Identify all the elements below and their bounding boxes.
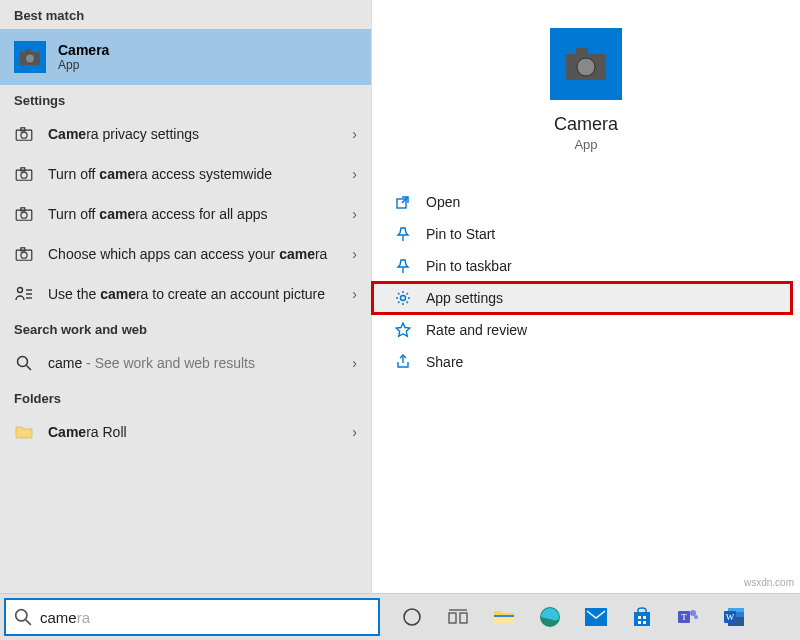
svg-rect-32 — [449, 613, 456, 623]
start-search-window: Best match Camera App Settings Camera pr… — [0, 0, 800, 594]
best-match-title: Camera — [58, 42, 109, 58]
file-explorer-icon[interactable] — [482, 594, 526, 640]
svg-rect-36 — [494, 615, 514, 617]
svg-point-19 — [18, 357, 28, 367]
svg-rect-22 — [576, 48, 588, 56]
action-label: Pin to Start — [426, 226, 495, 242]
taskbar-icons: T W — [390, 594, 756, 640]
store-icon[interactable] — [620, 594, 664, 640]
chevron-right-icon: › — [352, 166, 357, 182]
svg-text:T: T — [681, 612, 687, 622]
camera-outline-icon — [14, 167, 34, 181]
settings-result-4[interactable]: Use the camera to create an account pict… — [0, 274, 371, 314]
preview-subtitle: App — [574, 137, 597, 152]
settings-result-label: Use the camera to create an account pict… — [48, 285, 338, 303]
action-label: Rate and review — [426, 322, 527, 338]
folder-icon — [14, 425, 34, 439]
action-label: Share — [426, 354, 463, 370]
action-label: Pin to taskbar — [426, 258, 512, 274]
svg-rect-7 — [21, 168, 25, 171]
best-match-header: Best match — [0, 0, 371, 29]
chevron-right-icon: › — [352, 206, 357, 222]
action-open[interactable]: Open — [372, 186, 792, 218]
word-icon[interactable]: W — [712, 594, 756, 640]
folder-camera-roll[interactable]: Camera Roll › — [0, 412, 371, 452]
svg-point-5 — [21, 132, 27, 138]
svg-rect-13 — [21, 248, 25, 251]
svg-rect-42 — [638, 621, 641, 624]
svg-point-29 — [16, 610, 27, 621]
gear-icon — [394, 290, 412, 306]
camera-outline-icon — [14, 247, 34, 261]
svg-line-20 — [27, 366, 32, 371]
camera-app-icon — [14, 41, 46, 73]
watermark: wsxdn.com — [744, 577, 794, 588]
svg-point-14 — [21, 252, 27, 258]
pin-icon — [394, 258, 412, 274]
cortana-icon[interactable] — [390, 594, 434, 640]
settings-result-0[interactable]: Camera privacy settings› — [0, 114, 371, 154]
pin-icon — [394, 226, 412, 242]
best-match-text: Camera App — [58, 42, 109, 72]
svg-point-11 — [21, 212, 27, 218]
settings-result-3[interactable]: Choose which apps can access your camera… — [0, 234, 371, 274]
folders-header: Folders — [0, 383, 371, 412]
chevron-right-icon: › — [352, 246, 357, 262]
results-pane: Best match Camera App Settings Camera pr… — [0, 0, 372, 593]
svg-rect-39 — [634, 612, 650, 626]
action-label: Open — [426, 194, 460, 210]
action-share[interactable]: Share — [372, 346, 792, 378]
search-text: camera — [40, 609, 90, 626]
svg-point-28 — [401, 296, 406, 301]
settings-result-label: Turn off camera access for all apps — [48, 205, 338, 223]
action-app-settings[interactable]: App settings — [372, 282, 792, 314]
teams-icon[interactable]: T — [666, 594, 710, 640]
svg-rect-40 — [638, 616, 641, 619]
svg-rect-10 — [21, 208, 25, 211]
best-match-camera[interactable]: Camera App — [0, 29, 371, 85]
svg-point-47 — [694, 615, 698, 619]
action-pin-to-start[interactable]: Pin to Start — [372, 218, 792, 250]
edge-icon[interactable] — [528, 594, 572, 640]
svg-rect-4 — [21, 128, 25, 131]
settings-header: Settings — [0, 85, 371, 114]
share-icon — [394, 354, 412, 370]
svg-rect-1 — [25, 49, 31, 53]
svg-rect-41 — [643, 616, 646, 619]
search-icon — [14, 355, 34, 371]
camera-outline-icon — [14, 207, 34, 221]
taskbar: camera T W — [0, 594, 800, 640]
svg-line-30 — [26, 620, 31, 625]
chevron-right-icon: › — [352, 126, 357, 142]
task-view-icon[interactable] — [436, 594, 480, 640]
settings-result-1[interactable]: Turn off camera access systemwide› — [0, 154, 371, 194]
best-match-subtitle: App — [58, 58, 109, 72]
svg-rect-33 — [460, 613, 467, 623]
taskbar-search-box[interactable]: camera — [4, 598, 380, 636]
mail-icon[interactable] — [574, 594, 618, 640]
settings-result-label: Choose which apps can access your camera — [48, 245, 338, 263]
settings-result-2[interactable]: Turn off camera access for all apps› — [0, 194, 371, 234]
action-pin-to-taskbar[interactable]: Pin to taskbar — [372, 250, 792, 282]
chevron-right-icon: › — [352, 355, 357, 371]
action-list: OpenPin to StartPin to taskbarApp settin… — [372, 186, 800, 378]
settings-result-label: Turn off camera access systemwide — [48, 165, 338, 183]
preview-pane: Camera App OpenPin to StartPin to taskba… — [372, 0, 800, 593]
settings-list: Camera privacy settings›Turn off camera … — [0, 114, 371, 314]
svg-point-15 — [18, 288, 23, 293]
chevron-right-icon: › — [352, 286, 357, 302]
svg-point-31 — [404, 609, 420, 625]
action-label: App settings — [426, 290, 503, 306]
preview-title: Camera — [554, 114, 618, 135]
search-icon — [6, 608, 40, 626]
svg-point-8 — [21, 172, 27, 178]
action-rate-and-review[interactable]: Rate and review — [372, 314, 792, 346]
star-icon — [394, 322, 412, 338]
web-result-label: came - See work and web results — [48, 354, 338, 372]
camera-app-icon-large — [550, 28, 622, 100]
web-result-came[interactable]: came - See work and web results › — [0, 343, 371, 383]
svg-point-46 — [690, 610, 696, 616]
camera-outline-icon — [14, 127, 34, 141]
svg-point-2 — [26, 54, 35, 63]
svg-point-23 — [577, 58, 595, 76]
